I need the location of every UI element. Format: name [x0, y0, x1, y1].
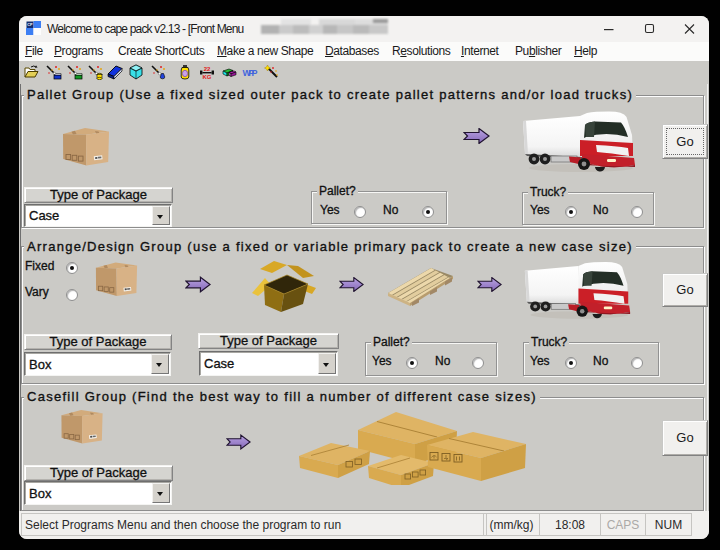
svg-text:CP: CP: [27, 23, 33, 27]
svg-text:KG: KG: [203, 74, 212, 80]
svg-text:22: 22: [204, 66, 211, 72]
svg-text:WPP: WPP: [243, 68, 258, 78]
